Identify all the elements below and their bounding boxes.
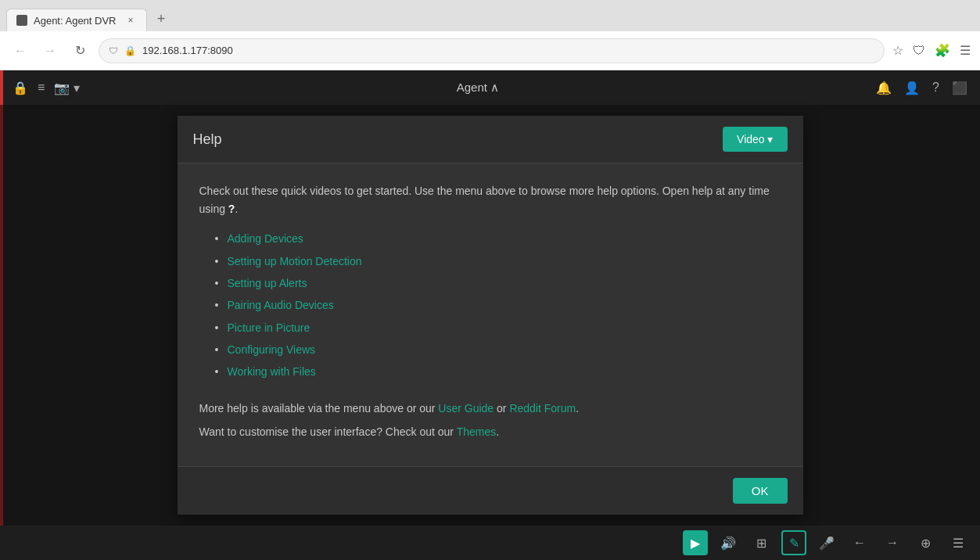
back-button[interactable]: ← <box>9 40 31 62</box>
refresh-button[interactable]: ↻ <box>69 40 91 62</box>
url-text: 192.168.1.177:8090 <box>142 45 233 56</box>
play-button[interactable]: ▶ <box>683 530 708 555</box>
alerts-link[interactable]: Setting up Alerts <box>228 277 307 289</box>
help-modal: Help Video ▾ Check out these quick video… <box>178 116 803 514</box>
tab-favicon <box>16 15 27 26</box>
adding-devices-link[interactable]: Adding Devices <box>228 232 303 245</box>
motion-detection-link[interactable]: Setting up Motion Detection <box>228 255 362 267</box>
question-mark: ? <box>228 203 235 215</box>
customise-paragraph: Want to customise the user interface? Ch… <box>199 423 781 440</box>
working-files-link[interactable]: Working with Files <box>228 365 316 378</box>
tab-title: Agent: Agent DVR <box>34 15 117 27</box>
tab-bar: Agent: Agent DVR × + <box>0 0 980 31</box>
extensions-icon[interactable]: 🧩 <box>935 43 950 58</box>
user-guide-link[interactable]: User Guide <box>438 402 494 415</box>
video-dropdown-button[interactable]: Video ▾ <box>723 127 787 152</box>
modal-body: Check out these quick videos to get star… <box>178 163 803 465</box>
app-area: 🔒 ≡ 📷 ▾ Agent ∧ 🔔 👤 ? ⬛ Help Video ▾ Che… <box>0 70 980 560</box>
screen-icon[interactable]: ⬛ <box>952 81 967 95</box>
address-bar: ← → ↻ 🛡 🔒 192.168.1.177:8090 ☆ 🛡 🧩 ☰ <box>0 31 980 70</box>
tab-close-button[interactable]: × <box>124 14 137 27</box>
link-configuring-views: Configuring Views <box>215 341 781 358</box>
volume-icon[interactable]: 🔊 <box>716 530 741 555</box>
edit-icon[interactable]: ✎ <box>781 530 806 555</box>
modal-title: Help <box>193 131 222 148</box>
url-bar[interactable]: 🛡 🔒 192.168.1.177:8090 <box>99 38 885 63</box>
link-adding-devices: Adding Devices <box>215 230 781 247</box>
prev-icon[interactable]: ← <box>847 530 872 555</box>
next-icon[interactable]: → <box>880 530 905 555</box>
mic-icon[interactable]: 🎤 <box>814 530 839 555</box>
ok-button[interactable]: OK <box>733 478 788 504</box>
link-motion-detection: Setting up Motion Detection <box>215 253 781 270</box>
lock-icon-topbar[interactable]: 🔒 <box>13 81 28 95</box>
reddit-forum-link[interactable]: Reddit Forum <box>509 402 576 415</box>
browser-chrome: Agent: Agent DVR × + ← → ↻ 🛡 🔒 192.168.1… <box>0 0 980 70</box>
help-links-list: Adding Devices Setting up Motion Detecti… <box>199 230 781 381</box>
app-bottombar: ▶ 🔊 ⊞ ✎ 🎤 ← → ⊕ ☰ <box>0 526 980 560</box>
pip-link[interactable]: Picture in Picture <box>228 321 311 334</box>
modal-overlay: Help Video ▾ Check out these quick video… <box>0 105 980 526</box>
lock-icon: 🔒 <box>124 45 136 56</box>
help-icon[interactable]: ? <box>932 81 939 95</box>
modal-footer: OK <box>178 466 803 515</box>
list-icon[interactable]: ≡ <box>38 81 45 95</box>
link-alerts: Setting up Alerts <box>215 275 781 292</box>
configuring-views-link[interactable]: Configuring Views <box>228 343 316 356</box>
shield-icon: 🛡 <box>109 45 118 56</box>
themes-link[interactable]: Themes <box>457 425 497 438</box>
topbar-right: 🔔 👤 ? ⬛ <box>876 81 967 95</box>
camera-icon[interactable]: 📷 ▾ <box>54 81 79 95</box>
link-picture-in-picture: Picture in Picture <box>215 319 781 336</box>
bell-icon[interactable]: 🔔 <box>876 81 892 95</box>
link-working-with-files: Working with Files <box>215 363 781 380</box>
bookmark-icon[interactable]: ☆ <box>892 43 903 58</box>
shield-icon-right[interactable]: 🛡 <box>913 44 925 58</box>
link-pairing-audio: Pairing Audio Devices <box>215 296 781 314</box>
new-tab-button[interactable]: + <box>150 8 172 30</box>
user-icon[interactable]: 👤 <box>904 81 920 95</box>
forward-button[interactable]: → <box>39 40 61 62</box>
pairing-audio-link[interactable]: Pairing Audio Devices <box>228 299 334 311</box>
modal-header: Help Video ▾ <box>178 116 803 163</box>
menu-icon[interactable]: ☰ <box>960 43 971 58</box>
address-bar-actions: ☆ 🛡 🧩 ☰ <box>892 43 971 58</box>
app-title: Agent ∧ <box>80 81 876 95</box>
app-topbar: 🔒 ≡ 📷 ▾ Agent ∧ 🔔 👤 ? ⬛ <box>0 70 980 105</box>
browser-tab[interactable]: Agent: Agent DVR × <box>6 9 147 31</box>
grid-icon[interactable]: ⊞ <box>748 530 774 555</box>
add-icon[interactable]: ⊕ <box>913 530 938 555</box>
menu-bottom-icon[interactable]: ☰ <box>946 530 971 555</box>
intro-paragraph: Check out these quick videos to get star… <box>199 182 781 217</box>
more-help-paragraph: More help is available via the menu abov… <box>199 400 781 417</box>
topbar-left: 🔒 ≡ 📷 ▾ <box>13 81 80 95</box>
